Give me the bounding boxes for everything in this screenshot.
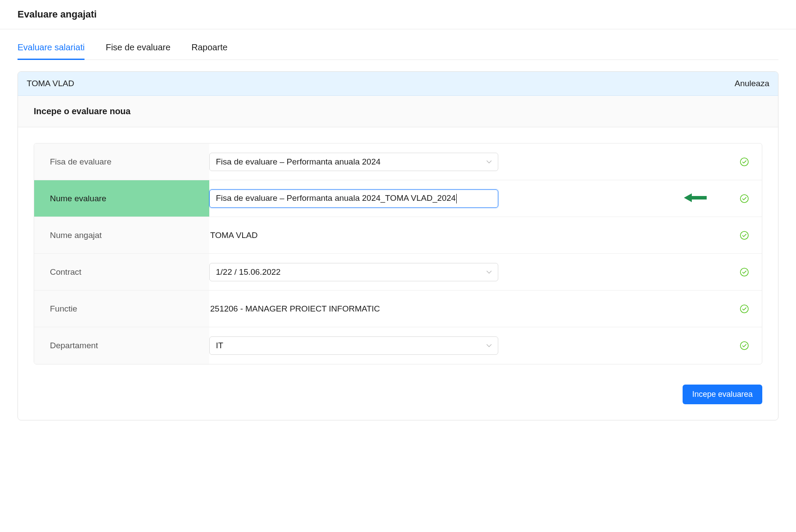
tab-rapoarte[interactable]: Rapoarte bbox=[191, 42, 227, 60]
svg-point-2 bbox=[740, 231, 748, 239]
page-title: Evaluare angajati bbox=[18, 9, 778, 20]
incepe-evaluarea-button[interactable]: Incepe evaluarea bbox=[683, 385, 762, 404]
select-fisa-text: Fisa de evaluare – Performanta anuala 20… bbox=[216, 157, 380, 167]
select-contract-text: 1/22 / 15.06.2022 bbox=[216, 267, 281, 277]
value-nume-angajat: TOMA VLAD bbox=[209, 225, 727, 245]
status-functie bbox=[727, 304, 762, 313]
check-circle-icon bbox=[740, 194, 749, 203]
employee-name-header: TOMA VLAD bbox=[27, 79, 74, 88]
select-fisa-de-evaluare[interactable]: Fisa de evaluare – Performanta anuala 20… bbox=[209, 153, 498, 171]
section-title: Incepe o evaluare noua bbox=[18, 96, 778, 127]
text-functie: 251206 - MANAGER PROIECT INFORMATIC bbox=[209, 304, 380, 314]
value-fisa-de-evaluare: Fisa de evaluare – Performanta anuala 20… bbox=[209, 147, 727, 176]
tab-fise-de-evaluare[interactable]: Fise de evaluare bbox=[106, 42, 170, 60]
label-nume-angajat: Nume angajat bbox=[34, 217, 209, 253]
row-functie: Functie 251206 - MANAGER PROIECT INFORMA… bbox=[34, 290, 762, 327]
status-nume-evaluare bbox=[727, 194, 762, 203]
check-circle-icon bbox=[740, 341, 749, 350]
status-nume-angajat bbox=[727, 231, 762, 240]
label-departament: Departament bbox=[34, 327, 209, 364]
form-card: Fisa de evaluare Fisa de evaluare – Perf… bbox=[34, 143, 762, 364]
value-nume-evaluare: Fisa de evaluare – Performanta anuala 20… bbox=[209, 184, 727, 213]
check-circle-icon bbox=[740, 268, 749, 276]
label-functie: Functie bbox=[34, 290, 209, 327]
value-functie: 251206 - MANAGER PROIECT INFORMATIC bbox=[209, 299, 727, 319]
input-nume-evaluare-text: Fisa de evaluare – Performanta anuala 20… bbox=[216, 193, 457, 203]
select-departament-text: IT bbox=[216, 341, 223, 350]
label-nume-evaluare: Nume evaluare bbox=[34, 180, 209, 217]
svg-point-4 bbox=[740, 305, 748, 313]
svg-point-5 bbox=[740, 342, 748, 350]
svg-point-1 bbox=[740, 195, 748, 203]
check-circle-icon bbox=[740, 158, 749, 166]
tab-evaluare-salariati[interactable]: Evaluare salariati bbox=[18, 42, 85, 60]
action-bar: Incepe evaluarea bbox=[18, 380, 778, 420]
cancel-button[interactable]: Anuleaza bbox=[735, 79, 769, 88]
chevron-down-icon bbox=[486, 270, 492, 275]
status-departament bbox=[727, 341, 762, 350]
evaluation-panel: TOMA VLAD Anuleaza Incepe o evaluare nou… bbox=[18, 71, 778, 420]
form-area: Fisa de evaluare Fisa de evaluare – Perf… bbox=[18, 127, 778, 380]
tabs-bar: Evaluare salariati Fise de evaluare Rapo… bbox=[18, 29, 778, 60]
content-area: Evaluare salariati Fise de evaluare Rapo… bbox=[0, 29, 796, 438]
chevron-down-icon bbox=[486, 159, 492, 164]
page-header: Evaluare angajati bbox=[0, 0, 796, 29]
status-fisa bbox=[727, 158, 762, 166]
row-contract: Contract 1/22 / 15.06.2022 bbox=[34, 254, 762, 290]
value-contract: 1/22 / 15.06.2022 bbox=[209, 258, 727, 287]
status-contract bbox=[727, 268, 762, 276]
check-circle-icon bbox=[740, 304, 749, 313]
check-circle-icon bbox=[740, 231, 749, 240]
select-departament[interactable]: IT bbox=[209, 336, 498, 355]
row-fisa-de-evaluare: Fisa de evaluare Fisa de evaluare – Perf… bbox=[34, 144, 762, 180]
label-contract: Contract bbox=[34, 254, 209, 290]
value-departament: IT bbox=[209, 331, 727, 360]
svg-point-0 bbox=[740, 158, 748, 166]
svg-point-3 bbox=[740, 268, 748, 276]
panel-header: TOMA VLAD Anuleaza bbox=[18, 72, 778, 96]
row-nume-evaluare: Nume evaluare Fisa de evaluare – Perform… bbox=[34, 180, 762, 217]
input-nume-evaluare[interactable]: Fisa de evaluare – Performanta anuala 20… bbox=[209, 189, 498, 208]
chevron-down-icon bbox=[486, 343, 492, 348]
select-contract[interactable]: 1/22 / 15.06.2022 bbox=[209, 263, 498, 281]
arrow-annotation-icon bbox=[683, 192, 708, 206]
label-fisa-de-evaluare: Fisa de evaluare bbox=[34, 144, 209, 180]
text-nume-angajat: TOMA VLAD bbox=[209, 231, 257, 240]
row-nume-angajat: Nume angajat TOMA VLAD bbox=[34, 217, 762, 254]
row-departament: Departament IT bbox=[34, 327, 762, 364]
